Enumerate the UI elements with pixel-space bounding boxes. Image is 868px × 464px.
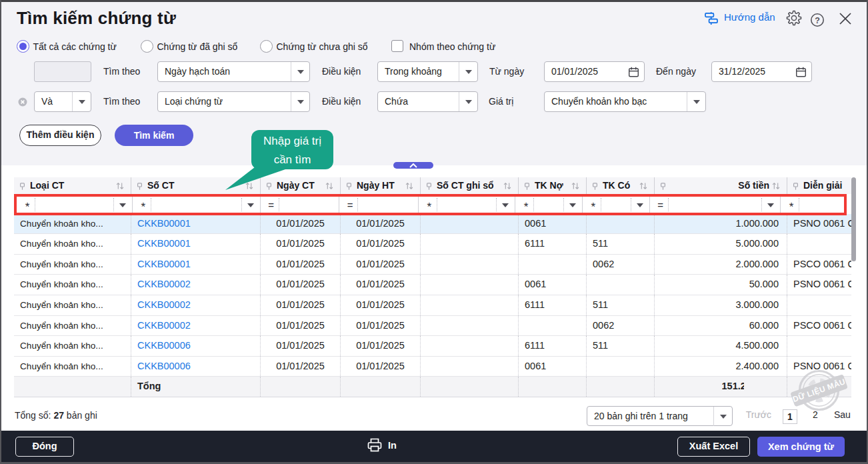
svg-text:?: ? (815, 16, 820, 25)
